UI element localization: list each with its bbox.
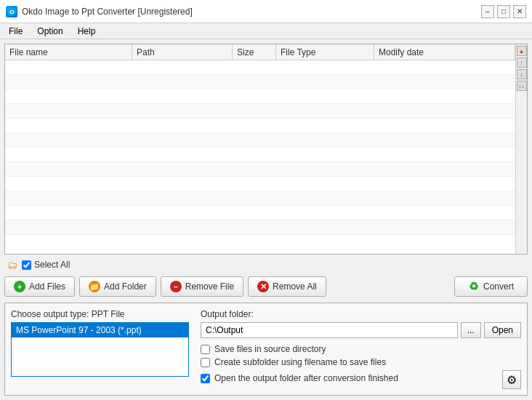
title-bar: O Okdo Image to Ppt Converter [Unregiste… <box>0 0 532 23</box>
output-type-listbox[interactable]: MS PowerPoint 97 - 2003 (*.ppt) <box>11 322 189 377</box>
remove-file-label: Remove File <box>185 281 234 292</box>
col-path: Path <box>132 44 233 60</box>
convert-icon: ♻ <box>468 281 480 292</box>
add-folder-button[interactable]: 📁 Add Folder <box>79 276 156 297</box>
settings-gear-button[interactable]: ⚙ <box>502 370 521 389</box>
table-row <box>5 220 515 235</box>
add-folder-label: Add Folder <box>104 281 147 292</box>
scroll-bottom-button[interactable]: ↓↓ <box>517 81 527 91</box>
add-files-button[interactable]: + Add Files <box>4 276 75 297</box>
table-row <box>5 206 515 220</box>
close-button[interactable]: ✕ <box>513 5 526 18</box>
table-scrollbar: ▲ ↑ ↓ ↓↓ <box>515 44 527 254</box>
table-row <box>5 177 515 191</box>
menu-help[interactable]: Help <box>72 25 102 38</box>
list-item-ppt97[interactable]: MS PowerPoint 97 - 2003 (*.ppt) <box>12 323 188 337</box>
menu-file[interactable]: File <box>3 25 28 38</box>
open-after-label: Open the output folder after conversion … <box>214 373 398 383</box>
remove-file-icon: – <box>170 281 182 292</box>
option-open-after-row: Open the output folder after conversion … <box>201 373 398 383</box>
table-row <box>5 148 515 162</box>
menu-bar: File Option Help <box>0 23 532 39</box>
col-modifydate: Modify date <box>374 44 515 60</box>
option-subfolder-row: Create subfolder using filename to save … <box>201 357 521 367</box>
table-row <box>5 104 515 119</box>
select-all-text: Select All <box>34 260 70 270</box>
browse-button[interactable]: ... <box>461 322 481 338</box>
table-header: File name Path Size File Type Modify dat… <box>5 44 515 60</box>
save-source-checkbox[interactable] <box>201 345 210 354</box>
open-after-checkbox[interactable] <box>201 374 210 383</box>
remove-all-button[interactable]: ✕ Remove All <box>248 276 326 297</box>
option-save-source-row: Save files in source directory <box>201 344 521 354</box>
main-content: File name Path Size File Type Modify dat… <box>0 39 532 400</box>
select-all-label[interactable]: Select All <box>22 260 70 270</box>
title-bar-left: O Okdo Image to Ppt Converter [Unregiste… <box>6 6 193 17</box>
table-body <box>5 60 515 254</box>
minimize-button[interactable]: – <box>481 5 494 18</box>
remove-file-button[interactable]: – Remove File <box>161 276 243 297</box>
add-files-label: Add Files <box>29 281 65 292</box>
remove-all-label: Remove All <box>273 281 317 292</box>
convert-label: Convert <box>483 281 514 292</box>
window-title: Okdo Image to Ppt Converter [Unregistere… <box>22 7 193 17</box>
col-size: Size <box>233 44 276 60</box>
create-subfolder-checkbox[interactable] <box>201 358 210 367</box>
output-folder-label: Output folder: <box>201 309 521 319</box>
button-row: + Add Files 📁 Add Folder – Remove File ✕… <box>4 276 528 297</box>
file-table-container: File name Path Size File Type Modify dat… <box>4 44 528 255</box>
file-table: File name Path Size File Type Modify dat… <box>5 44 515 254</box>
svg-text:O: O <box>9 9 14 15</box>
scroll-up-button[interactable]: ↑ <box>517 57 527 68</box>
output-type-label: Choose output type: PPT File <box>11 309 189 319</box>
table-row <box>5 75 515 89</box>
open-folder-button[interactable]: Open <box>484 322 521 338</box>
table-row <box>5 119 515 133</box>
output-folder-panel: Output folder: ... Open Save files in so… <box>201 309 521 389</box>
table-row <box>5 191 515 206</box>
table-row <box>5 133 515 148</box>
select-all-row: 🗂 Select All <box>4 257 528 272</box>
add-files-icon: + <box>14 281 25 292</box>
folder-path-input[interactable] <box>201 322 458 338</box>
convert-button[interactable]: ♻ Convert <box>454 276 528 297</box>
table-row <box>5 89 515 104</box>
window-controls: – □ ✕ <box>481 5 526 18</box>
create-subfolder-label: Create subfolder using filename to save … <box>214 357 386 367</box>
col-filename: File name <box>5 44 132 60</box>
output-type-panel: Choose output type: PPT File MS PowerPoi… <box>11 309 189 389</box>
menu-option[interactable]: Option <box>31 25 68 38</box>
table-row <box>5 162 515 177</box>
maximize-button[interactable]: □ <box>497 5 510 18</box>
scroll-down-button[interactable]: ↓ <box>517 69 527 79</box>
app-icon: O <box>6 6 17 17</box>
select-all-checkbox[interactable] <box>22 260 31 270</box>
remove-all-icon: ✕ <box>257 281 269 292</box>
table-row <box>5 60 515 75</box>
folder-input-row: ... Open <box>201 322 521 338</box>
folder-icon: 🗂 <box>7 259 17 271</box>
save-source-label: Save files in source directory <box>214 344 326 354</box>
scroll-top-button[interactable]: ▲ <box>517 46 527 56</box>
bottom-panel: Choose output type: PPT File MS PowerPoi… <box>4 303 528 396</box>
col-filetype: File Type <box>276 44 374 60</box>
add-folder-icon: 📁 <box>89 281 100 292</box>
